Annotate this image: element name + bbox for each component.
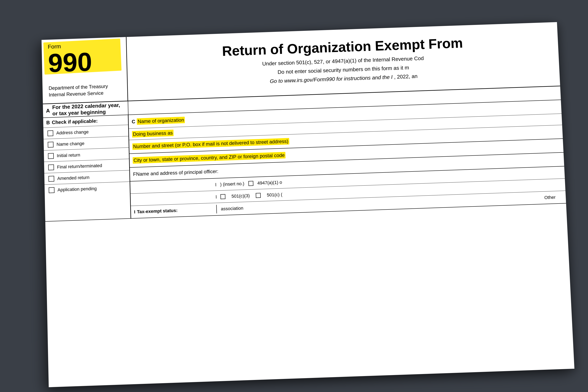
- name-change-checkbox[interactable]: [48, 142, 54, 148]
- 501c-label: 501(c) (: [267, 192, 282, 198]
- main-content-area: B Check if applicable: Address change Na…: [43, 100, 566, 222]
- subtitle2: Do not enter social security numbers on …: [278, 64, 409, 75]
- status-row-left: [131, 195, 216, 202]
- number-street-label: Number and street (or P.O. box if mail i…: [132, 138, 289, 150]
- initial-return-checkbox[interactable]: [48, 153, 54, 159]
- org-name-label: Name of organization: [137, 116, 185, 125]
- insert-no-text: ) (insert no.): [220, 181, 244, 187]
- f-label: F: [133, 171, 136, 177]
- principal-officer-label: Name and address of principal officer:: [136, 168, 218, 177]
- address-change-checkbox[interactable]: [48, 130, 53, 136]
- other-label: Other: [544, 194, 562, 200]
- form-number: 990: [48, 48, 92, 76]
- irs-form-990: Form 990 Department of the Treasury Inte…: [42, 22, 574, 387]
- city-label: City or town, state or province, country…: [133, 152, 286, 164]
- amended-return-label: Amended return: [57, 175, 90, 181]
- 501c3-checkbox[interactable]: [220, 194, 226, 199]
- initial-return-label: Initial return: [57, 152, 80, 158]
- final-return-checkbox[interactable]: [48, 164, 54, 170]
- 501c3-label: 501(c)(3): [231, 193, 250, 199]
- address-change-label: Address change: [56, 129, 88, 136]
- code-4947-text: 4947(a)(1) o: [257, 180, 282, 186]
- association-text: association: [221, 206, 243, 212]
- form-number-box: Form 990 Department of the Treasury Inte…: [42, 37, 128, 104]
- treasury-line1: Department of the Treasury: [48, 83, 108, 91]
- name-change-label: Name change: [56, 141, 84, 147]
- treasury-info: Department of the Treasury Internal Reve…: [48, 83, 108, 101]
- insert-row-left: [130, 183, 216, 189]
- application-pending-checkbox[interactable]: [48, 187, 54, 193]
- dba-label: Doing business as: [132, 130, 174, 138]
- insert-checkbox[interactable]: [248, 181, 253, 186]
- final-return-label: Final return/terminated: [57, 163, 102, 170]
- right-column: C Name of organization Doing business as…: [128, 100, 566, 218]
- amended-return-checkbox[interactable]: [48, 176, 54, 182]
- application-pending-label: Application pending: [57, 186, 97, 193]
- treasury-line2: Internal Revenue Service: [49, 90, 104, 98]
- 501c-checkbox[interactable]: [256, 193, 261, 198]
- document-wrapper: Form 990 Department of the Treasury Inte…: [25, 10, 568, 386]
- tax-row-left: I Tax-exempt status:: [131, 205, 217, 216]
- year-suffix: , 2022, an: [394, 73, 418, 80]
- subtitle3: Go to www.irs.gov/Form990 for instructio…: [270, 74, 392, 84]
- left-column: B Check if applicable: Address change Na…: [43, 115, 131, 221]
